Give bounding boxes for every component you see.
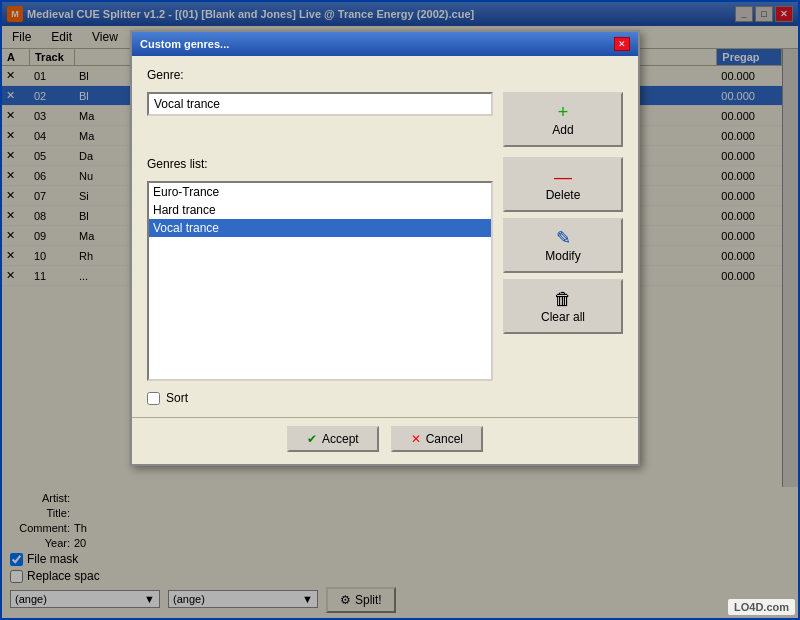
dialog-title: Custom genres...: [140, 38, 229, 50]
cancel-button[interactable]: ✕ Cancel: [391, 426, 483, 452]
custom-genres-dialog: Custom genres... ✕ Genre: + Add: [130, 30, 640, 466]
add-button-area: + Add: [503, 68, 623, 147]
genre-input-section: Genre:: [147, 68, 493, 116]
genres-listbox[interactable]: Euro-Trance Hard trance Vocal trance: [147, 181, 493, 381]
dialog-footer: ✔ Accept ✕ Cancel: [132, 417, 638, 464]
cancel-icon: ✕: [411, 432, 421, 446]
clear-all-button[interactable]: 🗑 Clear all: [503, 279, 623, 334]
genre-section-label: Genre:: [147, 68, 493, 82]
dialog-close-button[interactable]: ✕: [614, 37, 630, 51]
accept-button[interactable]: ✔ Accept: [287, 426, 379, 452]
sort-row: Sort: [147, 387, 493, 405]
genre-input-row: Genre: + Add: [147, 68, 623, 147]
watermark: LO4D.com: [728, 599, 795, 615]
genres-list-label: Genres list:: [147, 157, 493, 171]
genres-list-section: Genres list: Euro-Trance Hard trance Voc…: [147, 157, 493, 405]
delete-label: Delete: [546, 188, 581, 202]
clear-all-label: Clear all: [541, 310, 585, 324]
dialog-title-bar: Custom genres... ✕: [132, 32, 638, 56]
genres-list-row: Genres list: Euro-Trance Hard trance Voc…: [147, 157, 623, 405]
cancel-label: Cancel: [426, 432, 463, 446]
accept-icon: ✔: [307, 432, 317, 446]
modify-icon: ✎: [556, 229, 571, 247]
sort-checkbox[interactable]: [147, 392, 160, 405]
dialog-overlay: Custom genres... ✕ Genre: + Add: [0, 0, 800, 620]
list-item-selected[interactable]: Vocal trance: [149, 219, 491, 237]
add-label: Add: [552, 123, 573, 137]
add-icon: +: [558, 103, 569, 121]
genre-input[interactable]: [147, 92, 493, 116]
delete-icon: —: [554, 168, 572, 186]
accept-label: Accept: [322, 432, 359, 446]
list-item[interactable]: Hard trance: [149, 201, 491, 219]
modify-label: Modify: [545, 249, 580, 263]
sort-label: Sort: [166, 391, 188, 405]
dialog-body: Genre: + Add Genres list: Euro-Trance: [132, 56, 638, 417]
list-item[interactable]: Euro-Trance: [149, 183, 491, 201]
delete-button[interactable]: — Delete: [503, 157, 623, 212]
add-button[interactable]: + Add: [503, 92, 623, 147]
modify-button[interactable]: ✎ Modify: [503, 218, 623, 273]
clear-all-icon: 🗑: [554, 290, 572, 308]
action-buttons: — Delete ✎ Modify 🗑 Clear all: [503, 157, 623, 334]
